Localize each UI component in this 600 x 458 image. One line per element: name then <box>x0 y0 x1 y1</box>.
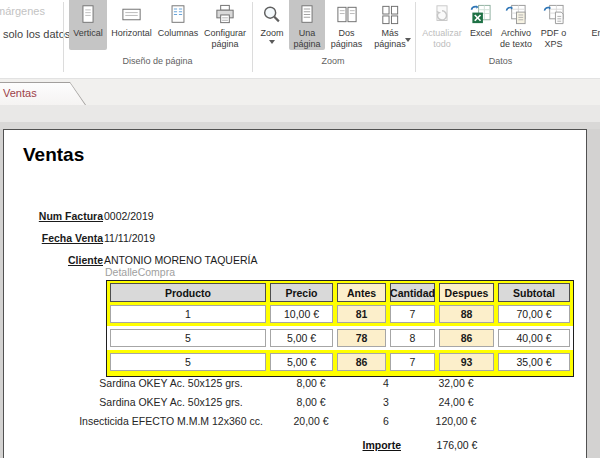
configurar-pagina-button[interactable]: Configurar página <box>201 0 249 50</box>
field-label-num-factura: Num Factura <box>23 210 103 222</box>
importe-label: Importe <box>301 439 401 451</box>
col-header-subtotal: Subtotal <box>498 283 570 302</box>
pdf-xps-export-icon <box>542 2 566 26</box>
actualizar-todo-button[interactable]: Actualizar todo <box>418 0 466 50</box>
button-label: PDF o XPS <box>537 28 570 49</box>
col-header-producto: Producto <box>110 283 266 302</box>
detail-row: Sardina OKEY Ac. 50x125 grs. 8,00 € 4 32… <box>61 373 481 392</box>
detalle-compra-table: Producto Precio Antes Cantidad Despues S… <box>106 280 574 377</box>
detail-cantidad: 4 <box>341 377 431 389</box>
detail-subtotal: 24,00 € <box>431 396 481 408</box>
horizontal-button[interactable]: Horizontal <box>108 0 155 50</box>
button-label: Archivo de texto <box>496 28 536 49</box>
cell-cantidad: 7 <box>390 353 435 371</box>
detail-producto: Sardina OKEY Ac. 50x125 grs. <box>61 396 281 408</box>
refresh-all-icon <box>431 2 453 26</box>
cell-cantidad: 7 <box>390 305 435 323</box>
cell-antes: 81 <box>337 305 386 323</box>
group-divider <box>415 2 416 72</box>
landscape-page-icon <box>120 2 144 26</box>
magnifier-icon <box>261 2 283 26</box>
group-label-datos: Datos <box>418 56 583 66</box>
print-data-only-checkbox-label[interactable]: solo los datos <box>3 28 70 40</box>
print-preview-area: Ventas Num Factura 0002/2019 Fecha Venta… <box>0 129 600 458</box>
detail-row: Insecticida EFECTO M.M.M 12x360 cc. 20,0… <box>61 411 481 430</box>
cell-precio: 5,00 € <box>270 329 333 347</box>
excel-export-button[interactable]: Excel <box>467 0 495 50</box>
field-label-cliente: Cliente <box>23 254 103 266</box>
dos-paginas-button[interactable]: Dos páginas <box>326 0 367 50</box>
zoom-button[interactable]: Zoom <box>256 0 288 50</box>
button-label: Excel <box>470 28 492 39</box>
portrait-page-icon <box>77 2 99 26</box>
button-label: Actualizar todo <box>418 28 466 49</box>
two-pages-icon <box>335 2 359 26</box>
button-label: Configurar página <box>201 28 249 49</box>
importe-value: 176,00 € <box>420 439 494 451</box>
vertical-button[interactable]: Vertical <box>69 0 107 50</box>
detail-rows: Sardina OKEY Ac. 50x125 grs. 8,00 € 4 32… <box>61 373 481 430</box>
cell-antes: 78 <box>337 329 386 347</box>
enviar-correo-button[interactable]: Enviar por correo electrónico <box>571 0 600 50</box>
cell-despues: 88 <box>439 305 494 323</box>
one-page-icon <box>296 2 318 26</box>
cell-producto: 5 <box>110 353 266 371</box>
archivo-de-texto-button[interactable]: Archivo de texto <box>496 0 536 50</box>
report-title: Ventas <box>23 144 84 166</box>
col-header-precio: Precio <box>270 283 333 302</box>
more-pages-grid-icon <box>378 2 402 26</box>
cell-subtotal: 70,00 € <box>498 305 570 323</box>
table-row: 1 10,00 € 81 7 88 70,00 € <box>110 302 570 326</box>
cell-precio: 5,00 € <box>270 353 333 371</box>
button-label: Vertical <box>73 28 103 39</box>
table-header-row: Producto Precio Antes Cantidad Despues S… <box>110 283 570 302</box>
field-value-num-factura: 0002/2019 <box>104 210 154 222</box>
una-pagina-button[interactable]: Una página <box>289 0 325 50</box>
detail-cantidad: 6 <box>341 415 431 427</box>
columnas-button[interactable]: Columnas <box>156 0 200 50</box>
mas-paginas-button[interactable]: Más páginas <box>368 0 412 50</box>
cell-precio: 10,00 € <box>270 305 333 323</box>
tab-label: Ventas <box>0 83 85 105</box>
group-label-diseno: Diseño de página <box>66 56 249 66</box>
col-header-cantidad: Cantidad <box>390 283 435 302</box>
button-label: Una página <box>289 28 325 49</box>
chevron-down-icon <box>269 40 275 44</box>
field-label-fecha-venta: Fecha Venta <box>23 232 103 244</box>
excel-icon <box>469 2 493 26</box>
detail-subtotal: 32,00 € <box>431 377 481 389</box>
group-divider <box>63 2 64 72</box>
button-label: Dos páginas <box>326 28 367 49</box>
group-label-zoom: Zoom <box>254 56 412 66</box>
detail-subtotal: 120,00 € <box>431 415 481 427</box>
cell-subtotal: 35,00 € <box>498 353 570 371</box>
subreport-label: DetalleCompra <box>105 266 175 278</box>
detail-cantidad: 3 <box>341 396 431 408</box>
cell-producto: 1 <box>110 305 266 323</box>
button-label: Zoom <box>260 28 283 39</box>
tab-ventas[interactable]: Ventas <box>0 82 86 105</box>
detail-precio: 8,00 € <box>281 396 341 408</box>
report-page[interactable]: Ventas Num Factura 0002/2019 Fecha Venta… <box>3 129 587 458</box>
cell-subtotal: 40,00 € <box>498 329 570 347</box>
group-divider <box>252 2 253 72</box>
cell-despues: 93 <box>439 353 494 371</box>
detail-precio: 20,00 € <box>281 415 341 427</box>
page-setup-printer-icon <box>213 2 237 26</box>
preview-top-band <box>0 122 600 129</box>
field-value-cliente: ANTONIO MORENO TAQUERÍA <box>104 254 257 266</box>
cell-antes: 86 <box>337 353 386 371</box>
cell-despues: 86 <box>439 329 494 347</box>
detail-row: Sardina OKEY Ac. 50x125 grs. 8,00 € 3 24… <box>61 392 481 411</box>
button-label: Columnas <box>158 28 199 39</box>
button-label: Enviar por correo electrónico <box>571 28 600 49</box>
detail-producto: Sardina OKEY Ac. 50x125 grs. <box>61 377 281 389</box>
detail-precio: 8,00 € <box>281 377 341 389</box>
columns-page-icon <box>167 2 189 26</box>
button-label: Horizontal <box>111 28 152 39</box>
table-row: 5 5,00 € 86 7 93 35,00 € <box>110 350 570 374</box>
table-row: 5 5,00 € 78 8 86 40,00 € <box>107 326 573 350</box>
pdf-xps-button[interactable]: PDF o XPS <box>537 0 570 50</box>
show-margins-checkbox-label[interactable]: márgenes <box>0 5 45 17</box>
text-file-export-icon <box>504 2 528 26</box>
